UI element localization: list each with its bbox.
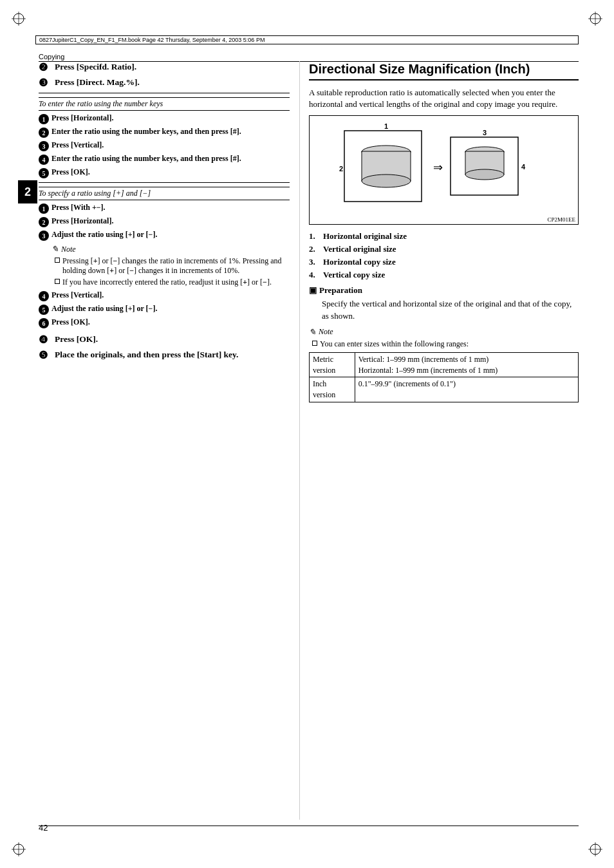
content-area: ❷ Press [Specifd. Ratio]. ❸ Press [Direc…	[39, 61, 579, 820]
note-right-icon: ✎	[309, 327, 316, 337]
numbered-item-2: 2. Vertical original size	[309, 244, 579, 254]
body-text: A suitable reproduction ratio is automat…	[309, 87, 579, 110]
sub-1-3: 3 Press [Vertical].	[39, 140, 290, 151]
note-right-title: ✎ Note	[309, 327, 579, 337]
table-row-inch: Inchversion 0.1"–99.9" (increments of 0.…	[310, 377, 579, 402]
section-heading-1: To enter the ratio using the number keys	[39, 97, 290, 111]
sub-1-2-text: Enter the ratio using the number keys, a…	[51, 127, 241, 137]
sub-2-1: 1 Press [With +−].	[39, 203, 290, 214]
table-cell-inch-value: 0.1"–99.9" (increments of 0.1")	[355, 377, 578, 402]
sub-2-3-text: Adjust the ratio using [+] or [−].	[51, 230, 157, 240]
note-1-title: ✎ Note	[51, 244, 290, 254]
sub-2-1-num: 1	[39, 203, 49, 214]
section-label: Copying	[39, 53, 64, 61]
sub-2-6-num: 6	[39, 318, 49, 328]
svg-text:2: 2	[339, 165, 342, 173]
numbered-item-1: 1. Horizontal original size	[309, 231, 579, 241]
step-3-num: ❸	[39, 77, 51, 89]
step-4: ❹ Press [OK].	[39, 334, 290, 346]
sub-2-4: 4 Press [Vertical].	[39, 290, 290, 301]
reg-mark-tr	[588, 12, 602, 26]
prep-text: Specify the vertical and horizontal size…	[309, 298, 579, 321]
diagram-svg: 1 2 ⇒ 3 4	[338, 121, 550, 218]
note-bullet-1	[55, 258, 60, 263]
rule-2	[39, 182, 290, 183]
prep-title: ▣ Preparation	[309, 285, 579, 296]
sub-1-5: 5 Press [OK].	[39, 167, 290, 178]
sub-1-5-text: Press [OK].	[51, 167, 90, 177]
sub-1-4-num: 4	[39, 155, 49, 165]
note-1-item-2: If you have incorrectly entered the rati…	[51, 278, 290, 287]
sub-2-5: 5 Adjust the ratio using [+] or [−].	[39, 304, 290, 315]
sub-1-1-num: 1	[39, 114, 49, 124]
sub-2-6: 6 Press [OK].	[39, 317, 290, 328]
note-right: ✎ Note You can enter sizes within the fo…	[309, 327, 579, 349]
svg-text:3: 3	[482, 129, 486, 137]
sub-2-2-num: 2	[39, 217, 49, 227]
note-right-item-1: You can enter sizes within the following…	[309, 339, 579, 349]
note-right-bullet	[312, 341, 317, 346]
bottom-rule	[39, 826, 579, 826]
file-info-text: 0827JupiterC1_Copy_EN_F1_FM.book Page 42…	[39, 37, 265, 43]
step-2-text: Press [Specifd. Ratio].	[55, 61, 290, 73]
step-3-text: Press [Direct. Mag.%].	[55, 77, 290, 88]
sub-1-4: 4 Enter the ratio using the number keys,…	[39, 154, 290, 165]
reg-mark-bl	[12, 842, 26, 856]
sub-2-5-text: Adjust the ratio using [+] or [−].	[51, 304, 157, 314]
sub-1-4-text: Enter the ratio using the number keys, a…	[51, 154, 241, 164]
sub-2-3-num: 3	[39, 231, 49, 241]
sub-1-2-num: 2	[39, 127, 49, 138]
section-heading-2: To specify a ratio using [+] and [−]	[39, 187, 290, 200]
step-2: ❷ Press [Specifd. Ratio].	[39, 61, 290, 73]
note-1: ✎ Note Pressing [+] or [−] changes the r…	[39, 244, 290, 287]
prep-icon: ▣	[309, 285, 317, 296]
sub-1-3-text: Press [Vertical].	[51, 140, 104, 150]
sub-2-6-text: Press [OK].	[51, 317, 90, 327]
step-5-text: Place the originals, and then press the …	[55, 349, 290, 361]
step-4-num: ❹	[39, 334, 51, 346]
sub-2-2-text: Press [Horizontal].	[51, 216, 113, 226]
sub-2-2: 2 Press [Horizontal].	[39, 216, 290, 227]
svg-point-24	[465, 169, 504, 180]
table-cell-metric-label: Metricversion	[310, 352, 355, 377]
prep-section: ▣ Preparation Specify the vertical and h…	[309, 285, 579, 321]
sub-2-3: 3 Adjust the ratio using [+] or [−].	[39, 230, 290, 241]
numbered-items: 1. Horizontal original size 2. Vertical …	[309, 231, 579, 280]
step-3: ❸ Press [Direct. Mag.%].	[39, 77, 290, 89]
sub-1-1-text: Press [Horizontal].	[51, 113, 113, 123]
svg-text:1: 1	[384, 122, 387, 130]
step-5-num: ❺	[39, 349, 51, 361]
left-column: ❷ Press [Specifd. Ratio]. ❸ Press [Direc…	[39, 61, 290, 364]
diagram-area: 1 2 ⇒ 3 4 CP2M01EE	[309, 115, 579, 225]
section-title: Directional Size Magnification (Inch)	[309, 61, 579, 80]
note-bullet-2	[55, 279, 60, 284]
sub-1-3-num: 3	[39, 141, 49, 151]
step-4-text: Press [OK].	[55, 334, 290, 345]
numbered-item-4: 4. Vertical copy size	[309, 270, 579, 280]
ranges-table: Metricversion Vertical: 1–999 mm (increm…	[309, 352, 579, 402]
note-1-item-1: Pressing [+] or [−] changes the ratio in…	[51, 256, 290, 276]
sub-2-4-num: 4	[39, 291, 49, 301]
table-cell-metric-value: Vertical: 1–999 mm (increments of 1 mm)H…	[355, 352, 578, 377]
page-container: 0827JupiterC1_Copy_EN_F1_FM.book Page 42…	[0, 0, 614, 868]
sub-2-1-text: Press [With +−].	[51, 203, 106, 212]
sub-1-5-num: 5	[39, 168, 49, 178]
table-cell-inch-label: Inchversion	[310, 377, 355, 402]
table-row-metric: Metricversion Vertical: 1–999 mm (increm…	[310, 352, 579, 377]
sub-1-1: 1 Press [Horizontal].	[39, 113, 290, 124]
col-divider	[299, 61, 300, 820]
note-pencil-icon: ✎	[51, 244, 59, 254]
svg-text:4: 4	[521, 163, 525, 171]
sub-1-2: 2 Enter the ratio using the number keys,…	[39, 127, 290, 138]
sub-2-5-num: 5	[39, 305, 49, 315]
svg-point-16	[362, 175, 411, 187]
step-2-num: ❷	[39, 61, 51, 73]
diagram-label: CP2M01EE	[547, 216, 575, 223]
rule-1	[39, 93, 290, 93]
page-number: 42	[39, 823, 48, 833]
chapter-tab: 2	[18, 180, 37, 203]
reg-mark-br	[588, 842, 602, 856]
reg-mark-tl	[12, 12, 26, 26]
numbered-item-3: 3. Horizontal copy size	[309, 257, 579, 267]
right-column: Directional Size Magnification (Inch) A …	[309, 61, 579, 402]
